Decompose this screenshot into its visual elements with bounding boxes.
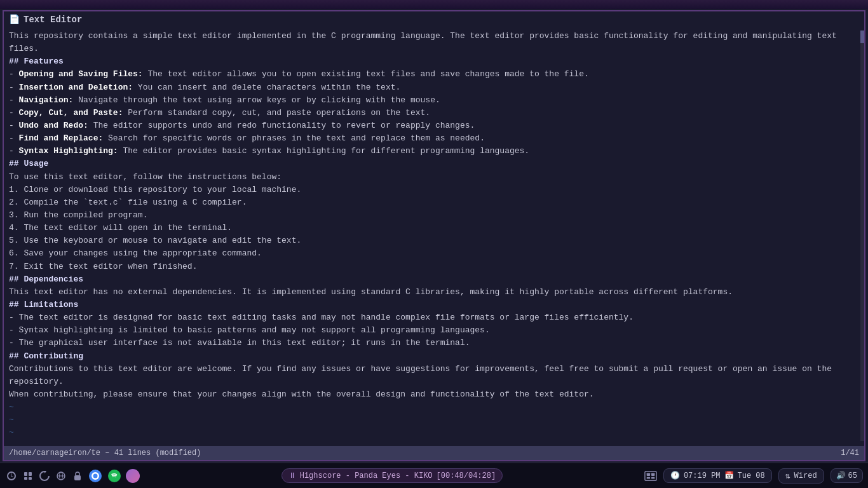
list-item: 3. Run the compiled program.	[9, 209, 859, 222]
clock-widget[interactable]: 🕐 07:19 PM 📅 Tue 08	[663, 468, 772, 483]
editor-scrollbar-thumb[interactable]	[860, 30, 864, 43]
heading-line: ## Features	[9, 55, 859, 68]
svg-point-11	[108, 470, 121, 482]
svg-rect-13	[647, 473, 650, 476]
editor-file-icon: 📄	[9, 14, 20, 25]
heading-line: ## Limitations	[9, 299, 859, 311]
editor-window: 📄 Text Editor This repository contains a…	[3, 10, 865, 461]
network-label: Wired	[794, 471, 817, 480]
network-widget[interactable]: ⇅ Wired	[778, 468, 824, 484]
content-line: When contributing, please ensure that yo…	[9, 388, 859, 401]
calendar-icon: 📅	[724, 471, 734, 480]
svg-rect-15	[647, 477, 650, 478]
editor-scrollbar[interactable]	[860, 30, 864, 441]
heading-line: ## Contributing	[9, 350, 859, 363]
svg-rect-12	[645, 471, 656, 480]
feature-item: - Find and Replace: Search for specific …	[9, 132, 859, 145]
heading-line: ## Usage	[9, 158, 859, 170]
list-item: 6. Save your changes using the appropria…	[9, 247, 859, 260]
feature-item: - Insertion and Deletion: You can insert…	[9, 81, 859, 94]
svg-rect-2	[24, 477, 27, 480]
feature-item: - Navigation: Navigate through the text …	[9, 94, 859, 107]
music-track-info: Highscore - Panda Eyes - KIKO	[300, 471, 433, 480]
editor-statusbar: /home/carnageiron/te – 41 lines (modifie…	[4, 446, 864, 460]
content-line: Contributions to this text editor are we…	[9, 363, 859, 388]
taskbar: ⏸ Highscore - Panda Eyes - KIKO [00:48/0…	[0, 463, 868, 488]
content-line: This repository contains a simple text e…	[9, 30, 859, 55]
feature-item: - Copy, Cut, and Paste: Perform standard…	[9, 107, 859, 119]
taskbar-left-section	[5, 468, 140, 484]
browser-icon[interactable]	[88, 468, 103, 484]
network-arrows-icon: ⇅	[785, 471, 790, 481]
avatar[interactable]	[126, 469, 140, 483]
svg-rect-7	[74, 475, 81, 480]
svg-point-10	[93, 473, 98, 478]
content-line: This text editor has no external depende…	[9, 286, 859, 299]
taskbar-right-section: 🕐 07:19 PM 📅 Tue 08 ⇅ Wired 🔊 65	[644, 468, 863, 484]
music-player-pill[interactable]: ⏸ Highscore - Panda Eyes - KIKO [00:48/0…	[281, 468, 503, 483]
heading-line: ## Dependencies	[9, 273, 859, 286]
content-line: - The graphical user interface is not av…	[9, 337, 859, 349]
svg-rect-3	[29, 477, 32, 480]
content-line: - Syntax highlighting is limited to basi…	[9, 324, 859, 337]
list-item: 1. Clone or download this repository to …	[9, 184, 859, 196]
volume-level: 65	[848, 471, 857, 480]
editor-status-position: 1/41	[841, 449, 859, 458]
taskbar-middle-section: ⏸ Highscore - Panda Eyes - KIKO [00:48/0…	[144, 468, 641, 483]
editor-titlebar: 📄 Text Editor	[4, 11, 864, 27]
volume-icon: 🔊	[836, 471, 846, 480]
refresh-icon[interactable]	[38, 470, 51, 482]
globe-icon[interactable]	[55, 470, 67, 482]
content-line: To use this text editor, follow the inst…	[9, 171, 859, 184]
clock-icon: 🕐	[670, 471, 680, 480]
list-item: 4. The text editor will open in the term…	[9, 222, 859, 234]
tilde-line: ~	[9, 401, 859, 414]
top-decorative-bar	[0, 0, 868, 9]
power-icon[interactable]	[5, 470, 18, 482]
list-item: 5. Use the keyboard or mouse to navigate…	[9, 234, 859, 247]
editor-status-filepath: /home/carnageiron/te – 41 lines (modifie…	[9, 449, 201, 458]
files-icon[interactable]	[22, 470, 34, 482]
content-line: - The text editor is designed for basic …	[9, 311, 859, 324]
svg-rect-16	[651, 477, 654, 478]
tilde-line: ~	[9, 414, 859, 426]
spotify-icon[interactable]	[107, 468, 122, 484]
feature-item: - Undo and Redo: The editor supports und…	[9, 119, 859, 132]
list-item: 7. Exit the text editor when finished.	[9, 261, 859, 273]
lock-icon[interactable]	[71, 470, 84, 482]
list-item: 2. Compile the `text.c` file using a C c…	[9, 196, 859, 209]
clock-date: Tue 08	[738, 471, 765, 480]
svg-rect-1	[29, 472, 32, 476]
avatar-image	[126, 469, 140, 483]
svg-rect-0	[24, 472, 27, 476]
tilde-line: ~	[9, 426, 859, 439]
editor-content-area[interactable]: This repository contains a simple text e…	[4, 27, 864, 446]
clock-time: 07:19 PM	[684, 471, 721, 480]
svg-rect-14	[651, 473, 654, 476]
music-time: [00:48/04:28]	[437, 471, 496, 480]
feature-item: - Opening and Saving Files: The text edi…	[9, 68, 859, 81]
window-manager-icon[interactable]	[644, 470, 657, 482]
music-pause-icon: ⏸	[288, 471, 296, 480]
volume-widget[interactable]: 🔊 65	[831, 468, 863, 483]
editor-title: Text Editor	[24, 15, 82, 25]
feature-item: - Syntax Highlighting: The editor provid…	[9, 145, 859, 158]
